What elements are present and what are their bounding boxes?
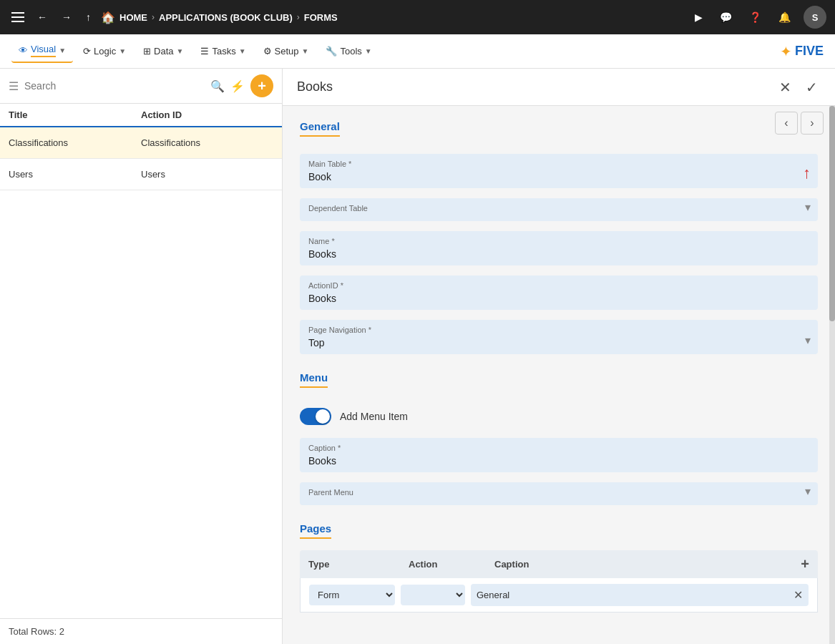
scrollbar-thumb	[829, 106, 835, 321]
setup-caret: ▼	[302, 47, 309, 55]
data-label: Data	[154, 46, 173, 57]
left-panel: ☰ 🔍 ⚡ + Title Action ID Classifications …	[0, 69, 283, 644]
list-header: Title Action ID	[0, 104, 282, 127]
five-logo-text: FIVE	[795, 44, 824, 59]
data-caret: ▼	[177, 47, 184, 55]
search-input[interactable]	[24, 80, 205, 92]
five-logo: ✦ FIVE	[780, 43, 824, 60]
help-button[interactable]: ❓	[745, 9, 766, 26]
logic-caret: ▼	[119, 47, 126, 55]
page-action-select[interactable]	[401, 585, 465, 605]
total-rows: Total Rows: 2	[0, 618, 282, 644]
pages-table-row: Form General ✕	[300, 578, 818, 613]
toolbar-logic[interactable]: ⟳ Logic ▼	[76, 42, 133, 61]
forms-label[interactable]: FORMS	[304, 12, 338, 23]
tools-caret: ▼	[365, 47, 372, 55]
form-content: General Main Table * Book ↑ Dependent Ta…	[283, 106, 835, 644]
visual-label: Visual	[31, 44, 56, 57]
item-title-0: Classifications	[9, 137, 141, 148]
page-nav-label: Page Navigation *	[308, 326, 809, 334]
toolbar-setup[interactable]: ⚙ Setup ▼	[256, 42, 316, 61]
page-caption-field: General ✕	[471, 584, 809, 606]
add-button[interactable]: +	[250, 74, 273, 97]
add-menu-toggle-row: Add Menu Item	[300, 405, 818, 428]
hamburger-menu[interactable]	[9, 9, 27, 25]
item-title-1: Users	[9, 169, 141, 180]
toolbar-tasks[interactable]: ☰ Tasks ▼	[193, 42, 253, 61]
nav-arrows: ‹ ›	[775, 112, 824, 135]
menu-section: Menu	[300, 371, 818, 391]
notifications-button[interactable]: 🔔	[774, 9, 795, 26]
name-field[interactable]: Name * Books	[300, 231, 818, 265]
logic-icon: ⟳	[83, 46, 91, 57]
name-value: Books	[308, 248, 809, 260]
search-icon: 🔍	[210, 79, 225, 93]
dependent-table-label: Dependent Table	[308, 204, 809, 213]
name-label: Name *	[308, 237, 809, 245]
col-caption-header: Caption	[494, 559, 801, 570]
parent-menu-field[interactable]: Parent Menu ▾	[300, 482, 818, 505]
user-avatar[interactable]: S	[804, 6, 826, 29]
setup-label: Setup	[275, 46, 299, 57]
prev-arrow-button[interactable]: ‹	[775, 112, 798, 135]
list-item[interactable]: Users Users	[0, 159, 282, 190]
top-navigation: ← → ↑ 🏠 HOME › APPLICATIONS (BOOK CLUB) …	[0, 0, 835, 34]
forward-button[interactable]: →	[57, 9, 76, 26]
main-table-field: Main Table * Book ↑	[300, 154, 818, 188]
main-layout: ☰ 🔍 ⚡ + Title Action ID Classifications …	[0, 69, 835, 644]
page-nav-field[interactable]: Page Navigation * Top ▾	[300, 320, 818, 354]
add-menu-label: Add Menu Item	[340, 411, 408, 422]
eye-icon: 👁	[19, 45, 28, 56]
home-icon: 🏠	[101, 11, 115, 24]
toolbar-data[interactable]: ⊞ Data ▼	[136, 42, 190, 61]
home-label[interactable]: HOME	[119, 12, 147, 23]
form-title: Books	[297, 79, 776, 94]
parent-menu-label: Parent Menu	[308, 488, 809, 497]
toolbar-visual[interactable]: 👁 Visual ▼	[11, 39, 73, 63]
tools-icon: 🔧	[326, 46, 337, 57]
add-menu-toggle[interactable]	[300, 408, 331, 425]
toggle-knob	[316, 409, 330, 424]
list-item[interactable]: Classifications Classifications	[0, 127, 282, 159]
tasks-caret: ▼	[239, 47, 246, 55]
menu-icon: ☰	[9, 79, 19, 93]
page-type-select[interactable]: Form	[309, 585, 395, 605]
dependent-table-field[interactable]: Dependent Table ▾	[300, 198, 818, 221]
action-id-field[interactable]: ActionID * Books	[300, 275, 818, 310]
app-label[interactable]: APPLICATIONS (BOOK CLUB)	[159, 12, 293, 23]
general-section: General	[300, 120, 818, 140]
tasks-icon: ☰	[200, 46, 209, 57]
parent-menu-arrow-icon[interactable]: ▾	[805, 484, 811, 498]
dropdown-arrow-icon[interactable]: ▾	[805, 200, 811, 214]
grid-icon: ⊞	[143, 46, 151, 57]
close-button[interactable]: ✕	[776, 76, 794, 99]
chat-button[interactable]: 💬	[716, 9, 736, 26]
visual-caret: ▼	[59, 47, 66, 54]
toolbar: 👁 Visual ▼ ⟳ Logic ▼ ⊞ Data ▼ ☰ Tasks ▼ …	[0, 34, 835, 69]
up-button[interactable]: ↑	[82, 9, 95, 26]
toolbar-tools[interactable]: 🔧 Tools ▼	[318, 42, 379, 61]
page-nav-arrow-icon[interactable]: ▾	[805, 333, 811, 347]
back-button[interactable]: ←	[33, 9, 52, 26]
dropdown-arrow-red-icon[interactable]: ↑	[803, 164, 811, 182]
item-action-1: Users	[141, 169, 273, 180]
confirm-button[interactable]: ✓	[803, 76, 821, 99]
search-bar: ☰ 🔍 ⚡ +	[0, 69, 282, 104]
pages-add-button[interactable]: +	[801, 556, 809, 572]
col-action-header: Action	[409, 559, 494, 570]
menu-section-header[interactable]: Menu	[300, 371, 328, 388]
form-header: Books ✕ ✓	[283, 69, 835, 106]
caption-field[interactable]: Caption * Books	[300, 438, 818, 472]
col-actionid-header: Action ID	[141, 109, 273, 120]
pages-section: Pages Type Action Caption + Form	[300, 522, 818, 613]
general-section-header[interactable]: General	[300, 120, 340, 137]
page-nav-value: Top	[308, 337, 809, 348]
scrollbar[interactable]	[829, 106, 835, 644]
header-actions: ✕ ✓	[776, 76, 821, 99]
lightning-icon: ⚡	[230, 79, 245, 93]
page-caption-clear-button[interactable]: ✕	[794, 588, 803, 602]
play-button[interactable]: ▶	[690, 9, 707, 26]
next-arrow-button[interactable]: ›	[801, 112, 824, 135]
pages-section-header[interactable]: Pages	[300, 522, 331, 539]
tools-label: Tools	[340, 46, 361, 57]
